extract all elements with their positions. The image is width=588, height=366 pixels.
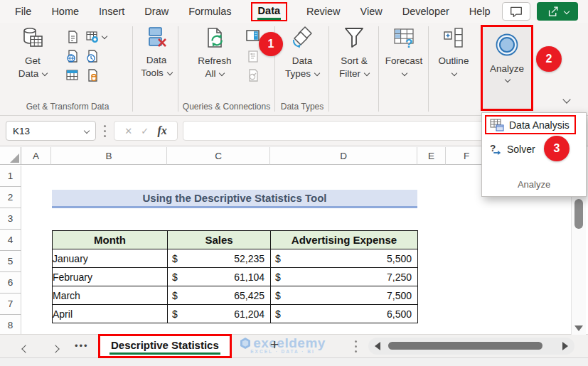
all-sheets-icon[interactable]: •••	[75, 340, 89, 351]
row-header-5[interactable]: 5	[0, 251, 21, 272]
row-header-7[interactable]: 7	[0, 294, 21, 315]
name-box[interactable]: K13	[6, 121, 96, 141]
new-sheet-button[interactable]: +	[270, 336, 279, 353]
column-header-d[interactable]: D	[270, 147, 417, 165]
cancel-icon[interactable]: ✕	[124, 126, 132, 136]
menu-help[interactable]: Help	[469, 4, 491, 19]
sales-cell[interactable]: $61,104	[168, 268, 271, 286]
expense-cell[interactable]: $7,250	[271, 268, 418, 286]
select-all-triangle-icon	[10, 154, 19, 163]
currency-symbol: $	[172, 290, 178, 301]
exceldemy-logo-icon	[240, 338, 251, 349]
menu-bar: File Home Insert Draw Formulas Data Revi…	[0, 0, 588, 23]
menu-file[interactable]: File	[14, 4, 32, 19]
analyze-icon	[494, 32, 520, 58]
recent-sources-icon[interactable]	[84, 48, 101, 64]
row-header-2[interactable]: 2	[0, 187, 21, 208]
watermark-tagline: EXCEL · DATA · BI	[250, 349, 314, 354]
from-text-csv-icon[interactable]	[64, 29, 81, 45]
formula-bar-divider	[104, 130, 106, 132]
outline-button[interactable]: Outline	[429, 26, 478, 80]
ribbon-collapse-chevron-icon[interactable]	[562, 95, 570, 103]
menu-view[interactable]: View	[360, 4, 383, 19]
column-header-a[interactable]: A	[21, 147, 51, 165]
enter-icon[interactable]: ✓	[141, 126, 149, 136]
row-header-4[interactable]: 4	[0, 230, 21, 251]
properties-icon[interactable]	[245, 48, 262, 64]
horizontal-scrollbar-thumb[interactable]	[388, 342, 542, 350]
data-tools-label-1: Data	[146, 55, 167, 65]
expense-cell[interactable]: $6,500	[271, 305, 418, 323]
table-row: March $65,425 $7,500	[53, 286, 418, 305]
month-cell[interactable]: January	[53, 249, 168, 268]
data-types-button[interactable]: DataTypes	[278, 26, 326, 80]
menu-review[interactable]: Review	[306, 4, 341, 19]
next-sheet-icon[interactable]	[51, 343, 58, 356]
menu-data-label: Data	[257, 4, 281, 20]
select-all-corner[interactable]	[0, 147, 21, 165]
table-row: February $61,104 $7,250	[53, 268, 418, 286]
sales-cell[interactable]: $52,235	[168, 249, 271, 268]
from-picture-icon[interactable]	[84, 29, 101, 45]
horizontal-scrollbar[interactable]	[368, 338, 574, 355]
get-data-button[interactable]: GetData	[9, 26, 57, 80]
expense-cell[interactable]: $5,500	[271, 249, 418, 268]
sales-cell[interactable]: $65,425	[168, 286, 271, 305]
month-cell[interactable]: March	[53, 286, 168, 305]
from-web-icon[interactable]	[64, 48, 81, 64]
month-cell[interactable]: April	[53, 305, 168, 323]
menu-draw[interactable]: Draw	[144, 4, 169, 19]
row-header-8[interactable]: 8	[0, 315, 21, 335]
row-header-1[interactable]: 1	[0, 166, 21, 187]
scroll-right-icon[interactable]	[562, 342, 568, 350]
vertical-scrollbar-thumb[interactable]	[574, 199, 583, 229]
exceldemy-watermark: exceldemy EXCEL · DATA · BI	[228, 335, 338, 354]
from-table-range-icon[interactable]	[64, 68, 81, 83]
worksheet-title-banner[interactable]: Using the Descriptive Statistics Tool	[52, 190, 417, 208]
column-header-e[interactable]: E	[417, 147, 446, 165]
table-row: January $52,235 $5,500	[53, 249, 418, 268]
group-separator	[328, 26, 329, 112]
group-get-transform-data: GetData Get & Transform Data	[4, 23, 131, 115]
analyze-button[interactable]: Analyze	[481, 25, 533, 111]
table-header-sales[interactable]: Sales	[168, 231, 271, 249]
chevron-down-icon[interactable]	[102, 33, 107, 39]
menu-developer[interactable]: Developer	[402, 4, 450, 19]
currency-symbol: $	[172, 271, 178, 283]
currency-symbol: $	[275, 308, 281, 320]
comments-button[interactable]	[502, 2, 530, 21]
menu-data[interactable]: Data	[251, 2, 287, 21]
table-header-expense[interactable]: Advertising Expense	[271, 231, 418, 249]
scroll-down-icon[interactable]	[574, 325, 583, 331]
tabbar-divider	[355, 345, 357, 348]
menu-formulas[interactable]: Formulas	[188, 4, 232, 19]
data-types-label-1: Data	[292, 55, 313, 66]
menu-home[interactable]: Home	[50, 4, 80, 19]
sheet-tab-label: Descriptive Statistics	[109, 338, 220, 355]
expense-cell[interactable]: $7,500	[271, 286, 418, 305]
table-header-month[interactable]: Month	[53, 231, 168, 249]
menu-item-data-analysis[interactable]: Data Analysis	[485, 115, 576, 134]
month-cell[interactable]: February	[53, 268, 168, 286]
insert-function-icon[interactable]: fx	[158, 124, 167, 137]
status-bar-edge	[0, 357, 588, 366]
row-header-3[interactable]: 3	[0, 208, 21, 230]
sales-cell[interactable]: $61,204	[168, 305, 271, 323]
menu-item-solver[interactable]: ? Solver	[482, 140, 586, 158]
existing-connections-icon[interactable]	[84, 68, 101, 83]
menu-insert[interactable]: Insert	[98, 4, 125, 19]
column-header-c[interactable]: C	[167, 147, 270, 165]
scroll-left-icon[interactable]	[375, 342, 380, 350]
row-header-6[interactable]: 6	[0, 272, 21, 294]
edit-links-icon[interactable]	[245, 68, 262, 83]
sort-filter-button[interactable]: Sort &Filter	[330, 26, 378, 80]
share-button[interactable]	[537, 2, 578, 21]
column-header-b[interactable]: B	[51, 147, 167, 165]
data-tools-button[interactable]: DataTools	[135, 26, 178, 80]
step-3-number: 3	[554, 142, 560, 155]
refresh-all-button[interactable]: RefreshAll	[189, 26, 240, 80]
forecast-button[interactable]: ? Forecast	[380, 26, 428, 80]
get-data-icon	[21, 26, 45, 50]
sheet-tab-descriptive-statistics[interactable]: Descriptive Statistics	[98, 334, 232, 358]
previous-sheet-icon[interactable]	[21, 343, 28, 356]
